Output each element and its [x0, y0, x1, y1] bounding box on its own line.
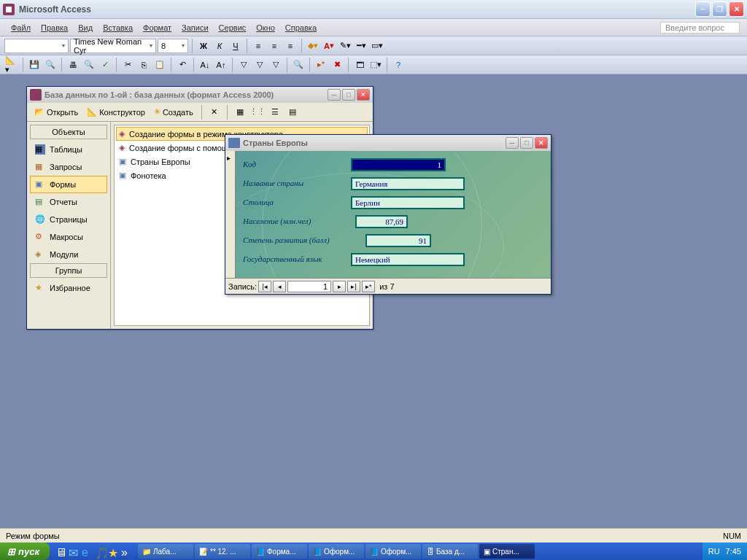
menu-records[interactable]: Записи [177, 21, 214, 34]
field-population[interactable] [355, 215, 408, 228]
nav-last-button[interactable]: ▸| [347, 281, 360, 292]
sort-asc-button[interactable]: A↓ [198, 58, 212, 72]
filter-form-button[interactable]: ▽ [252, 58, 267, 72]
field-development[interactable] [365, 234, 431, 247]
italic-button[interactable]: К [212, 39, 227, 53]
align-center-button[interactable]: ≡ [267, 39, 282, 53]
nav-first-button[interactable]: |◂ [258, 281, 271, 292]
menu-format[interactable]: Формат [138, 21, 177, 34]
sidebar-item-pages[interactable]: 🌐Страницы [30, 211, 107, 228]
align-left-button[interactable]: ≡ [251, 39, 266, 53]
font-selector[interactable]: Times New Roman Cyr▾ [70, 39, 156, 53]
db-list-button[interactable]: ☰ [268, 105, 282, 120]
nav-new-button[interactable]: ▸* [362, 281, 375, 292]
db-delete-button[interactable]: ✕ [207, 105, 222, 120]
field-name[interactable] [351, 177, 465, 190]
menu-file[interactable]: Файл [6, 21, 36, 34]
maximize-button[interactable]: ❐ [712, 1, 727, 17]
task-item-4[interactable]: 📘Оформ... [309, 544, 364, 559]
tray-lang[interactable]: RU [708, 547, 720, 556]
form-window: Страны Европы ─ □ ✕ Код Название страны … [225, 134, 551, 295]
nav-current-input[interactable] [287, 281, 331, 292]
start-button[interactable]: ⊞ пуск [0, 542, 50, 560]
sidebar-item-reports[interactable]: ▤Отчеты [30, 193, 107, 211]
apply-filter-button[interactable]: ▽ [268, 58, 283, 72]
view-button[interactable]: 📐▾ [4, 58, 19, 72]
sidebar-item-tables[interactable]: ▦Таблицы [30, 141, 107, 158]
db-create-button[interactable]: ✳Создать [151, 106, 196, 118]
ql-icon-5[interactable]: ★ [108, 546, 118, 556]
menu-view[interactable]: Вид [73, 21, 98, 34]
save-button[interactable]: 💾 [27, 58, 42, 72]
nav-prev-button[interactable]: ◂ [273, 281, 286, 292]
db-large-icons-button[interactable]: ▦ [233, 105, 247, 120]
filter-selection-button[interactable]: ▽ [236, 58, 251, 72]
ask-question-box[interactable]: Введите вопрос [660, 22, 740, 34]
close-button[interactable]: ✕ [729, 1, 744, 17]
spelling-button[interactable]: ✓ [98, 58, 112, 72]
sidebar-item-favorites[interactable]: ★Избранное [30, 279, 107, 297]
font-color-button[interactable]: A▾ [322, 39, 336, 53]
ql-icon-1[interactable]: 🖥 [55, 546, 66, 556]
menu-edit[interactable]: Правка [36, 21, 73, 34]
db-window-button[interactable]: 🗔 [352, 58, 367, 72]
task-item-3[interactable]: 📘Форма... [252, 544, 307, 559]
task-item-5[interactable]: 📘Оформ... [365, 544, 421, 559]
menu-tools[interactable]: Сервис [214, 21, 252, 34]
delete-record-button[interactable]: ✖ [330, 58, 344, 72]
line-color-button[interactable]: ✎▾ [338, 39, 352, 53]
db-maximize-button[interactable]: □ [342, 89, 355, 101]
form-maximize-button[interactable]: □ [520, 137, 533, 149]
object-selector[interactable]: ▾ [4, 39, 69, 53]
db-small-icons-button[interactable]: ⋮⋮ [250, 105, 265, 120]
sidebar-item-queries[interactable]: ▦Запросы [30, 158, 107, 176]
db-details-button[interactable]: ▤ [285, 105, 300, 120]
new-object-button[interactable]: ⬚▾ [368, 58, 383, 72]
paste-button[interactable]: 📋 [152, 58, 167, 72]
find-button[interactable]: 🔍 [291, 58, 306, 72]
form-close-button[interactable]: ✕ [535, 137, 548, 149]
fill-color-button[interactable]: ◆▾ [306, 39, 320, 53]
form-minimize-button[interactable]: ─ [506, 137, 519, 149]
db-open-button[interactable]: 📂Открыть [31, 106, 81, 118]
search-file-button[interactable]: 🔍 [43, 58, 58, 72]
menu-insert[interactable]: Вставка [98, 21, 138, 34]
line-width-button[interactable]: ━▾ [354, 39, 368, 53]
ql-icon-6[interactable]: » [121, 546, 131, 556]
fontsize-selector[interactable]: 8▾ [158, 39, 188, 53]
field-code[interactable] [351, 158, 446, 171]
sort-desc-button[interactable]: A↑ [214, 58, 228, 72]
align-right-button[interactable]: ≡ [283, 39, 298, 53]
cut-button[interactable]: ✂ [120, 58, 135, 72]
label-population: Население (млн.чел) [243, 217, 311, 225]
nav-next-button[interactable]: ▸ [333, 281, 346, 292]
special-effect-button[interactable]: ▭▾ [370, 39, 384, 53]
bold-button[interactable]: Ж [196, 39, 211, 53]
ql-icon-4[interactable]: 🎵 [95, 546, 105, 556]
db-design-button[interactable]: 📐Конструктор [84, 106, 148, 118]
task-item-2[interactable]: 📝** 12. ... [195, 544, 250, 559]
minimize-button[interactable]: ─ [695, 1, 711, 17]
db-minimize-button[interactable]: ─ [328, 89, 341, 101]
new-record-button[interactable]: ▸* [314, 58, 328, 72]
ql-icon-2[interactable]: ✉ [69, 546, 79, 556]
copy-button[interactable]: ⎘ [136, 58, 151, 72]
preview-button[interactable]: 🔍 [82, 58, 96, 72]
menu-help[interactable]: Справка [280, 21, 322, 34]
task-item-7[interactable]: ▣Стран... [479, 544, 535, 559]
task-item-1[interactable]: 📁Лаба... [138, 544, 193, 559]
sidebar-item-forms[interactable]: ▣Формы [30, 176, 107, 193]
field-language[interactable] [351, 253, 465, 266]
record-selector[interactable] [225, 151, 236, 278]
ql-icon-3[interactable]: e [82, 546, 92, 556]
print-button[interactable]: 🖶 [66, 58, 80, 72]
help-button[interactable]: ? [391, 58, 406, 72]
menu-window[interactable]: Окно [251, 21, 280, 34]
field-capital[interactable] [351, 196, 465, 209]
underline-button[interactable]: Ч [228, 39, 243, 53]
db-close-button[interactable]: ✕ [357, 89, 370, 101]
sidebar-item-macros[interactable]: ⚙Макросы [30, 228, 107, 246]
task-item-6[interactable]: 🗄База д... [422, 544, 478, 559]
sidebar-item-modules[interactable]: ◈Модули [30, 246, 107, 263]
undo-button[interactable]: ↶ [175, 58, 190, 72]
